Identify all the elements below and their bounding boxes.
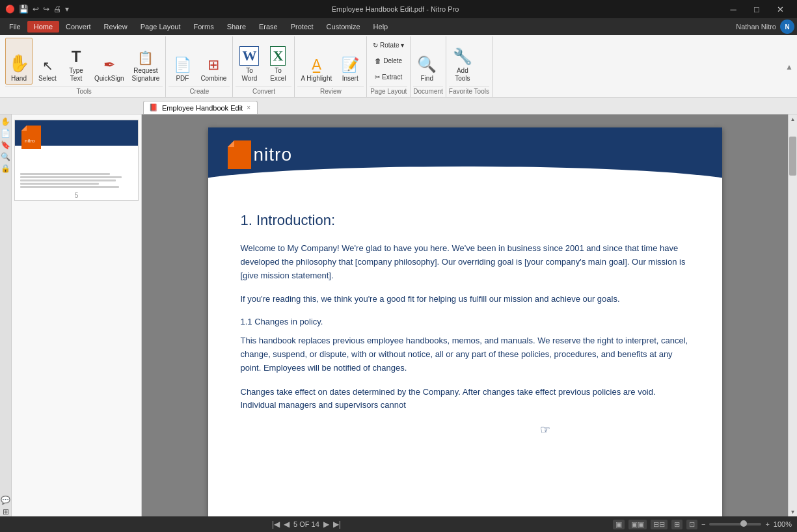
sidebar-layers-icon[interactable]: ⊞ [1, 507, 10, 516]
review-buttons: A̲ A Highlight 📝 Insert [297, 38, 364, 85]
request-signature-button[interactable]: 📋 RequestSignature [129, 38, 163, 85]
tab-close-button[interactable]: × [247, 104, 250, 111]
type-text-button[interactable]: T TypeText [62, 38, 90, 85]
to-excel-button[interactable]: X ToExcel [264, 38, 291, 85]
user-name: Nathan Nitro [736, 23, 776, 31]
redo-icon[interactable]: ↪ [43, 5, 49, 14]
extract-icon: ✂ Extract [375, 73, 402, 81]
favorite-tools-buttons: 🔧 AddTools [449, 38, 489, 85]
find-button[interactable]: 🔍 Find [413, 38, 440, 85]
pdf-icon: 📄 [174, 57, 191, 73]
hand-tool-button[interactable]: ✋ Hand [5, 38, 33, 85]
main-area: ✋ 📄 🔖 🔍 🔒 💬 ⊞ nitro [0, 114, 797, 516]
highlight-label: A Highlight [301, 75, 332, 83]
menu-customize[interactable]: Customize [320, 21, 367, 33]
pdf-button[interactable]: 📄 PDF [169, 38, 196, 85]
view-double-button[interactable]: ▣▣ [628, 520, 647, 529]
ribbon: ✋ Hand ↖ Select T TypeText ✒ QuickSign 📋 [0, 35, 797, 98]
ribbon-group-page-layout: ↻ Rotate ▾ 🗑 Delete ✂ Extract Page Layou… [367, 36, 411, 97]
menu-convert[interactable]: Convert [59, 21, 98, 33]
delete-button[interactable]: 🗑 Delete [370, 54, 407, 68]
menu-file[interactable]: File [3, 21, 27, 33]
nitro-app-icon: 🔴 [5, 5, 15, 14]
create-group-label: Create [169, 86, 230, 96]
sidebar-comment-icon[interactable]: 💬 [1, 496, 10, 505]
app-icons: 🔴 💾 ↩ ↪ 🖨 ▾ [5, 5, 69, 14]
menu-share[interactable]: Share [221, 21, 252, 33]
tab-area: 📕 Employee Handbook Edit × [0, 98, 797, 114]
left-sidebar: ✋ 📄 🔖 🔍 🔒 💬 ⊞ [0, 114, 12, 516]
zoom-plus-button[interactable]: + [765, 520, 769, 528]
quicksign-button[interactable]: ✒ QuickSign [91, 38, 128, 85]
rotate-icon: ↻ Rotate ▾ [373, 42, 404, 49]
save-icon[interactable]: 💾 [19, 5, 29, 14]
extract-button[interactable]: ✂ Extract [370, 70, 407, 84]
ribbon-group-tools: ✋ Hand ↖ Select T TypeText ✒ QuickSign 📋 [3, 36, 166, 97]
menu-protect[interactable]: Protect [284, 21, 320, 33]
user-avatar: N [780, 20, 794, 34]
type-text-icon: T [72, 47, 81, 66]
find-icon: 🔍 [417, 55, 437, 73]
pdf-paragraph-2: If you're reading this, we think you're … [241, 293, 690, 306]
pdf-viewer[interactable]: nitro 1. Introduction: Welcome to My Com… [142, 114, 788, 516]
to-word-button[interactable]: W ToWord [236, 38, 263, 85]
pdf-paragraph-4: Changes take effect on dates determined … [241, 386, 690, 413]
menu-erase[interactable]: Erase [252, 21, 284, 33]
select-tool-button[interactable]: ↖ Select [34, 38, 61, 85]
menu-page-layout[interactable]: Page Layout [134, 21, 187, 33]
view-full-button[interactable]: ⊞ [671, 520, 682, 529]
undo-icon[interactable]: ↩ [33, 5, 39, 14]
ribbon-group-convert: W ToWord X ToExcel Convert [233, 36, 295, 97]
favorite-tools-group-label: Favorite Tools [449, 86, 489, 96]
zoom-slider[interactable] [709, 523, 761, 525]
nitro-logo: nitro [228, 140, 292, 169]
menu-review[interactable]: Review [98, 21, 134, 33]
ribbon-collapse[interactable]: ▲ [784, 36, 794, 97]
cursor-area: ☞ [241, 423, 690, 442]
menu-home[interactable]: Home [27, 21, 59, 33]
scroll-track[interactable] [789, 124, 797, 507]
scroll-down-button[interactable]: ▼ [789, 507, 797, 516]
menu-forms[interactable]: Forms [187, 21, 220, 33]
to-excel-icon: X [270, 46, 286, 66]
add-tools-button[interactable]: 🔧 AddTools [449, 38, 476, 85]
view-fit-button[interactable]: ⊡ [686, 520, 697, 529]
rotate-button[interactable]: ↻ Rotate ▾ [370, 38, 407, 53]
pdf-label: PDF [176, 75, 189, 83]
sidebar-lock-icon[interactable]: 🔒 [1, 164, 10, 173]
combine-button[interactable]: ⊞ Combine [197, 38, 230, 85]
status-bar-right: ▣ ▣▣ ⊟⊟ ⊞ ⊡ − + 100% [613, 520, 792, 529]
to-excel-label: ToExcel [270, 67, 286, 83]
close-button[interactable]: ✕ [768, 0, 792, 18]
page-indicator: 5 OF 14 [293, 520, 319, 528]
prev-page-button[interactable]: ◀ [284, 520, 290, 529]
view-continuous-button[interactable]: ⊟⊟ [651, 520, 668, 529]
print-icon[interactable]: 🖨 [53, 5, 61, 14]
sidebar-bookmarks-icon[interactable]: 🔖 [1, 140, 10, 150]
page-layout-buttons: ↻ Rotate ▾ 🗑 Delete ✂ Extract [370, 38, 407, 85]
title-bar: 🔴 💾 ↩ ↪ 🖨 ▾ Employee Handbook Edit.pdf -… [0, 0, 797, 18]
sidebar-hand-icon[interactable]: ✋ [1, 117, 10, 126]
user-area: Nathan Nitro N [736, 20, 794, 34]
document-tab[interactable]: 📕 Employee Handbook Edit × [143, 101, 258, 114]
ribbon-group-review: A̲ A Highlight 📝 Insert Review [295, 36, 367, 97]
insert-button[interactable]: 📝 Insert [336, 38, 364, 85]
zoom-minus-button[interactable]: − [701, 520, 705, 528]
select-icon: ↖ [42, 58, 53, 73]
minimize-button[interactable]: ─ [722, 0, 745, 18]
maximize-button[interactable]: □ [745, 0, 768, 18]
pdf-header: nitro [208, 127, 722, 186]
thumbnail-page-5[interactable]: nitro 5 [14, 120, 139, 201]
scroll-up-button[interactable]: ▲ [789, 114, 797, 124]
next-page-button[interactable]: ▶ [323, 520, 329, 529]
thumbnail-page-number: 5 [75, 192, 79, 199]
last-page-button[interactable]: ▶| [333, 520, 341, 529]
highlight-button[interactable]: A̲ A Highlight [297, 38, 335, 85]
scroll-thumb[interactable] [789, 137, 796, 176]
menu-help[interactable]: Help [367, 21, 395, 33]
sidebar-pages-icon[interactable]: 📄 [1, 129, 10, 138]
first-page-button[interactable]: |◀ [272, 520, 280, 529]
view-single-button[interactable]: ▣ [613, 520, 625, 529]
insert-icon: 📝 [342, 57, 359, 73]
sidebar-search-icon[interactable]: 🔍 [1, 152, 10, 161]
